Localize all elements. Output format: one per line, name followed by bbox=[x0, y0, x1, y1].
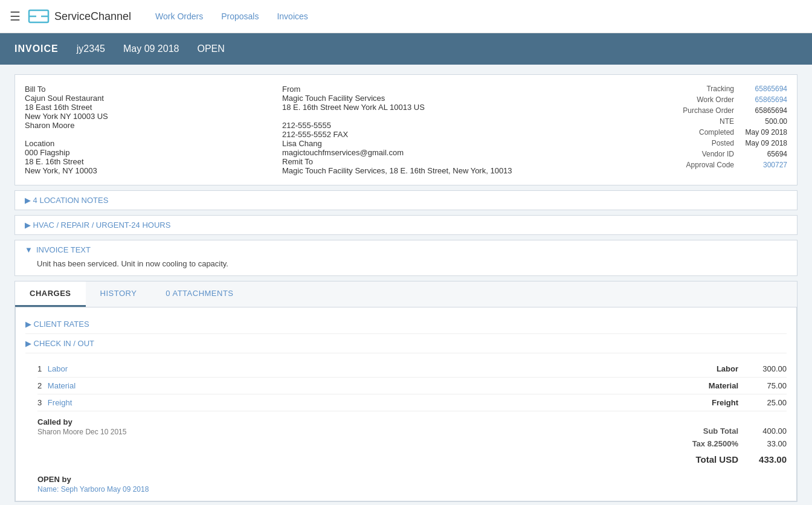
vendor-id-row: Vendor ID 65694 bbox=[540, 150, 787, 158]
posted-value: May 09 2018 bbox=[739, 139, 787, 147]
check-in-out-section: ▶ CHECK IN / OUT bbox=[25, 334, 787, 353]
invoice-text-header[interactable]: ▼ INVOICE TEXT bbox=[25, 245, 787, 254]
grand-total-row: Total USD 433.00 bbox=[642, 452, 787, 466]
work-order-value[interactable]: 65865694 bbox=[739, 95, 787, 104]
from-company: Magic Touch Facility Services bbox=[282, 94, 530, 103]
open-by-info: Name: Seph Yarboro May 09 2018 bbox=[37, 485, 787, 494]
tax-value: 33.00 bbox=[738, 439, 787, 448]
info-section: Bill To Cajun Soul Restaurant 18 East 16… bbox=[14, 74, 798, 185]
nav-proposals[interactable]: Proposals bbox=[221, 11, 259, 21]
nav-links: Work Orders Proposals Invoices bbox=[155, 11, 308, 21]
location-name: 000 Flagship bbox=[25, 148, 272, 157]
called-by-section: Called by Sharon Moore Dec 10 2015 bbox=[37, 417, 642, 471]
line-item-3-amount: 25.00 bbox=[738, 398, 787, 407]
line-item-2-num: 2 bbox=[37, 381, 42, 390]
grand-total-label: Total USD bbox=[642, 454, 738, 465]
line-item-1-category: Labor bbox=[388, 364, 738, 373]
open-by-info-text: Name: Seph Yarboro May 09 2018 bbox=[37, 485, 149, 494]
from-phone-link[interactable]: 212-555-5555 bbox=[282, 121, 331, 130]
tax-row: Tax 8.2500% 33.00 bbox=[642, 437, 787, 450]
work-order-row: Work Order 65865694 bbox=[540, 95, 787, 104]
client-rates-label: ▶ CLIENT RATES bbox=[25, 320, 89, 329]
invoice-date: May 09 2018 bbox=[123, 43, 179, 54]
location-address1: 18 E. 16th Street bbox=[25, 157, 272, 166]
location-notes-section: ▶ 4 LOCATION NOTES bbox=[14, 190, 798, 210]
table-row: 1 Labor Labor 300.00 bbox=[37, 361, 787, 378]
from-email-link[interactable]: magictouchfmservices@gmail.com bbox=[282, 148, 404, 157]
called-by-info: Sharon Moore Dec 10 2015 bbox=[37, 428, 642, 436]
purchase-order-value: 65865694 bbox=[739, 106, 787, 115]
from-address: 18 E. 16th Street New York AL 10013 US bbox=[282, 103, 530, 112]
posted-row: Posted May 09 2018 bbox=[540, 139, 787, 147]
open-by-section: OPEN by Name: Seph Yarboro May 09 2018 bbox=[25, 471, 787, 494]
open-by-title: OPEN by bbox=[37, 475, 787, 484]
line-item-3-label[interactable]: Freight bbox=[48, 398, 72, 407]
nav-work-orders[interactable]: Work Orders bbox=[155, 11, 203, 21]
check-in-out-header[interactable]: ▶ CHECK IN / OUT bbox=[25, 339, 787, 348]
from-column: From Magic Touch Facility Services 18 E.… bbox=[272, 85, 530, 175]
bill-to-column: Bill To Cajun Soul Restaurant 18 East 16… bbox=[25, 85, 272, 175]
tabs-container: CHARGES HISTORY 0 ATTACHMENTS ▶ CLIENT R… bbox=[14, 281, 798, 502]
line-item-3-num: 3 bbox=[37, 398, 42, 407]
invoice-text-arrow: ▼ bbox=[25, 245, 33, 254]
caller-open-section: Called by Sharon Moore Dec 10 2015 Sub T… bbox=[25, 411, 787, 471]
logo-text: ServiceChannel bbox=[54, 10, 131, 23]
work-order-label: Work Order bbox=[697, 95, 734, 104]
client-rates-section: ▶ CLIENT RATES bbox=[25, 315, 787, 334]
line-item-2-name: 2 Material bbox=[37, 381, 388, 390]
tabs-header: CHARGES HISTORY 0 ATTACHMENTS bbox=[15, 281, 797, 307]
from-email: magictouchfmservices@gmail.com bbox=[282, 148, 530, 157]
purchase-order-label: Purchase Order bbox=[683, 106, 734, 115]
line-item-1-amount: 300.00 bbox=[738, 364, 787, 373]
location-label: Location bbox=[25, 139, 272, 148]
line-item-2-label[interactable]: Material bbox=[48, 381, 76, 390]
tracking-column: Tracking 65865694 Work Order 65865694 Pu… bbox=[530, 85, 787, 175]
menu-icon[interactable]: ☰ bbox=[10, 9, 21, 24]
invoice-text-section: ▼ INVOICE TEXT Unit has been serviced. U… bbox=[14, 240, 798, 276]
nav-invoices[interactable]: Invoices bbox=[277, 11, 308, 21]
client-rates-header[interactable]: ▶ CLIENT RATES bbox=[25, 320, 787, 329]
charges-content: ▶ CLIENT RATES ▶ CHECK IN / OUT 1 Labor … bbox=[15, 307, 797, 501]
logo-area: ServiceChannel bbox=[28, 8, 131, 25]
line-item-1-num: 1 bbox=[37, 364, 42, 373]
vendor-id-value: 65694 bbox=[739, 150, 787, 158]
from-label: From bbox=[282, 85, 530, 94]
bill-to-company: Cajun Soul Restaurant bbox=[25, 94, 272, 103]
nte-value: 500.00 bbox=[739, 117, 787, 126]
logo-icon bbox=[28, 8, 50, 25]
purchase-order-row: Purchase Order 65865694 bbox=[540, 106, 787, 115]
completed-value: May 09 2018 bbox=[739, 128, 787, 137]
remit-address: Magic Touch Facility Services, 18 E. 16t… bbox=[282, 166, 530, 175]
main-content: Bill To Cajun Soul Restaurant 18 East 16… bbox=[0, 65, 812, 505]
tracking-value[interactable]: 65865694 bbox=[739, 85, 787, 93]
subtotal-label: Sub Total bbox=[642, 426, 738, 436]
invoice-status: OPEN bbox=[197, 43, 224, 54]
table-row: 2 Material Material 75.00 bbox=[37, 378, 787, 394]
hvac-section: ▶ HVAC / REPAIR / URGENT-24 HOURS bbox=[14, 215, 798, 235]
totals-section: Sub Total 400.00 Tax 8.2500% 33.00 Total… bbox=[642, 420, 787, 471]
invoice-number: jy2345 bbox=[77, 43, 105, 54]
location-notes-label: ▶ 4 LOCATION NOTES bbox=[25, 196, 108, 205]
line-item-3-name: 3 Freight bbox=[37, 398, 388, 407]
top-nav: ☰ ServiceChannel Work Orders Proposals I… bbox=[0, 0, 812, 33]
invoice-text-content: Unit has been serviced. Unit in now cool… bbox=[25, 254, 787, 271]
tab-history[interactable]: HISTORY bbox=[86, 281, 152, 307]
tab-attachments[interactable]: 0 ATTACHMENTS bbox=[151, 281, 248, 307]
remit-label: Remit To bbox=[282, 157, 530, 166]
line-item-2-amount: 75.00 bbox=[738, 381, 787, 390]
line-item-3-category: Freight bbox=[388, 398, 738, 407]
tracking-row: Tracking 65865694 bbox=[540, 85, 787, 93]
nte-label: NTE bbox=[720, 117, 734, 126]
hvac-header[interactable]: ▶ HVAC / REPAIR / URGENT-24 HOURS bbox=[25, 220, 787, 230]
location-notes-header[interactable]: ▶ 4 LOCATION NOTES bbox=[25, 196, 787, 205]
approval-code-label: Approval Code bbox=[686, 161, 734, 169]
grand-total-value: 433.00 bbox=[738, 454, 787, 465]
bill-to-label: Bill To bbox=[25, 85, 272, 94]
tab-charges[interactable]: CHARGES bbox=[15, 281, 86, 307]
posted-label: Posted bbox=[712, 139, 734, 147]
hvac-label: ▶ HVAC / REPAIR / URGENT-24 HOURS bbox=[25, 220, 170, 230]
line-item-2-category: Material bbox=[388, 381, 738, 390]
line-item-1-label[interactable]: Labor bbox=[48, 364, 68, 373]
completed-row: Completed May 09 2018 bbox=[540, 128, 787, 137]
approval-code-value[interactable]: 300727 bbox=[739, 161, 787, 169]
